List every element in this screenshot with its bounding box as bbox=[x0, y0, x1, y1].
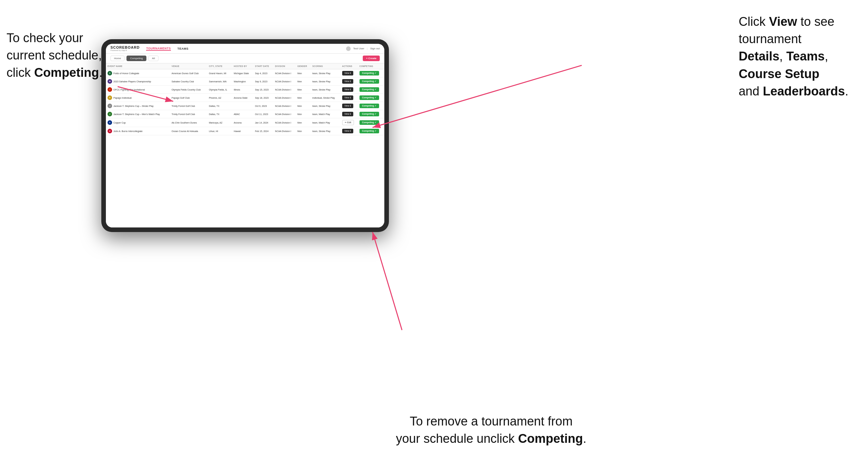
col-city-state: CITY, STATE bbox=[207, 63, 232, 69]
nav-signout-link[interactable]: Sign out bbox=[370, 47, 380, 50]
actions-cell: ✏ Edit bbox=[341, 118, 358, 127]
city-state-cell: Grand Haven, MI bbox=[207, 69, 232, 77]
event-name-cell: HJohn A. Burns Intercollegiate bbox=[106, 127, 170, 135]
competing-button[interactable]: Competing ✓ bbox=[360, 129, 379, 133]
event-name-cell: JJackson T. Stephens Cup – Stroke Play bbox=[106, 102, 170, 110]
table-row: IOFCC Fighting Illini InvitationalOlympi… bbox=[106, 86, 384, 94]
gender-cell: Men bbox=[296, 77, 311, 86]
city-state-cell: Olympia Fields, IL bbox=[207, 86, 232, 94]
nav-teams[interactable]: TEAMS bbox=[178, 47, 189, 50]
start-date-cell: Oct 9, 2023 bbox=[253, 102, 273, 110]
tr-comma2: , bbox=[825, 49, 829, 63]
tr-bold2: Details bbox=[739, 49, 779, 63]
scoring-cell: team, Match Play bbox=[311, 110, 341, 118]
division-cell: NCAA Division I bbox=[274, 102, 296, 110]
competing-cell: Competing ✓ bbox=[358, 127, 384, 135]
scoring-cell: team, Stroke Play bbox=[311, 77, 341, 86]
edit-button[interactable]: ✏ Edit bbox=[342, 120, 354, 125]
nav-bar: SCOREBOARD Powered by clipp'd TOURNAMENT… bbox=[106, 44, 384, 54]
tournaments-table: EVENT NAME VENUE CITY, STATE HOSTED BY S… bbox=[106, 63, 384, 135]
hosted-by-cell: Washington bbox=[232, 77, 253, 86]
competing-cell: Competing ✓ bbox=[358, 110, 384, 118]
competing-button[interactable]: Competing ✓ bbox=[360, 112, 379, 116]
table-row: JJackson T. Stephens Cup – Stroke PlayTr… bbox=[106, 102, 384, 110]
tr-and: and bbox=[739, 84, 763, 98]
venue-cell: Trinity Forest Golf Club bbox=[170, 102, 207, 110]
start-date-cell: Sep 4, 2023 bbox=[253, 69, 273, 77]
col-scoring: SCORING bbox=[311, 63, 341, 69]
event-name-cell: W2023 Sahalee Players Championship bbox=[106, 77, 170, 86]
competing-button[interactable]: Competing ✓ bbox=[360, 103, 379, 108]
competing-cell: Competing ✓ bbox=[358, 86, 384, 94]
table-row: PPapago IndividualPapago Golf ClubPhoeni… bbox=[106, 94, 384, 102]
competing-button[interactable]: Competing ✓ bbox=[360, 79, 379, 84]
venue-cell: Sahalee Country Club bbox=[170, 77, 207, 86]
scoring-cell: team, Stroke Play bbox=[311, 86, 341, 94]
annotation-top-left: To check your current schedule, click Co… bbox=[6, 29, 102, 82]
view-button[interactable]: View ℹ bbox=[342, 129, 353, 133]
competing-cell: Competing ✓ bbox=[358, 69, 384, 77]
logo-sub: Powered by clipp'd bbox=[111, 49, 140, 51]
gender-cell: Men bbox=[296, 127, 311, 135]
view-button[interactable]: View ℹ bbox=[342, 87, 353, 92]
city-state-cell: Maricopa, AZ bbox=[207, 118, 232, 127]
create-button[interactable]: + Create bbox=[363, 56, 380, 61]
competing-button[interactable]: Competing ✓ bbox=[360, 71, 379, 75]
city-state-cell: Sammamish, WA bbox=[207, 77, 232, 86]
tr-bold3: Teams bbox=[786, 49, 825, 63]
division-cell: NCAA Division I bbox=[274, 110, 296, 118]
actions-cell: View ℹ bbox=[341, 77, 358, 86]
competing-button[interactable]: Competing ✓ bbox=[360, 87, 379, 92]
annotation-line3-plain: click bbox=[6, 66, 34, 80]
logo-title: SCOREBOARD bbox=[111, 46, 140, 49]
event-name-cell: SFolds of Honor Collegiate bbox=[106, 69, 170, 77]
venue-cell: Papago Golf Club bbox=[170, 94, 207, 102]
hosted-by-cell: ABAC bbox=[232, 110, 253, 118]
table-row: ACopper CupAk-Chin Southern DunesMaricop… bbox=[106, 118, 384, 127]
gender-cell: Men bbox=[296, 102, 311, 110]
gender-cell: Men bbox=[296, 118, 311, 127]
tr-bold4: Course Setup bbox=[739, 67, 819, 81]
view-button[interactable]: View ℹ bbox=[342, 103, 353, 108]
venue-cell: Ak-Chin Southern Dunes bbox=[170, 118, 207, 127]
hosted-by-cell bbox=[232, 102, 253, 110]
city-state-cell: Dallas, TX bbox=[207, 102, 232, 110]
scoring-cell: team, Stroke Play bbox=[311, 102, 341, 110]
view-button[interactable]: View ℹ bbox=[342, 112, 353, 116]
filter-competing-btn[interactable]: Competing bbox=[126, 56, 147, 61]
gender-cell: Men bbox=[296, 110, 311, 118]
col-actions: ACTIONS bbox=[341, 63, 358, 69]
filter-all-btn[interactable]: All bbox=[148, 56, 158, 61]
table-row: W2023 Sahalee Players ChampionshipSahale… bbox=[106, 77, 384, 86]
col-competing: COMPETING bbox=[358, 63, 384, 69]
annotation-line2: current schedule, bbox=[6, 49, 102, 62]
table-row: HJohn A. Burns IntercollegiateOcean Cour… bbox=[106, 127, 384, 135]
actions-cell: View ℹ bbox=[341, 94, 358, 102]
view-button[interactable]: View ℹ bbox=[342, 79, 353, 84]
filter-home-btn[interactable]: Home bbox=[111, 56, 125, 61]
tablet-screen: SCOREBOARD Powered by clipp'd TOURNAMENT… bbox=[106, 44, 384, 227]
division-cell: NCAA Division I bbox=[274, 94, 296, 102]
venue-cell: Trinity Forest Golf Club bbox=[170, 110, 207, 118]
tr-bold1: View bbox=[769, 15, 797, 28]
nav-right: Test User | Sign out bbox=[346, 46, 380, 51]
division-cell: NCAA Division I bbox=[274, 127, 296, 135]
tablet-frame: SCOREBOARD Powered by clipp'd TOURNAMENT… bbox=[101, 39, 389, 232]
nav-tournaments[interactable]: TOURNAMENTS bbox=[146, 47, 170, 51]
col-division: DIVISION bbox=[274, 63, 296, 69]
bottom-line2-plain: your schedule unclick bbox=[396, 432, 518, 445]
bottom-line1: To remove a tournament from bbox=[410, 414, 572, 428]
hosted-by-cell: Illinois bbox=[232, 86, 253, 94]
event-name-cell: IOFCC Fighting Illini Invitational bbox=[106, 86, 170, 94]
tournaments-table-container: EVENT NAME VENUE CITY, STATE HOSTED BY S… bbox=[106, 63, 384, 227]
competing-cell: Competing ✓ bbox=[358, 94, 384, 102]
bottom-end: . bbox=[583, 432, 587, 445]
actions-cell: View ℹ bbox=[341, 102, 358, 110]
competing-button[interactable]: Competing ✓ bbox=[360, 95, 379, 100]
view-button[interactable]: View ℹ bbox=[342, 95, 353, 100]
competing-button[interactable]: Competing ✓ bbox=[360, 120, 379, 125]
tr-line2: tournament bbox=[739, 32, 801, 46]
app-logo: SCOREBOARD Powered by clipp'd bbox=[111, 46, 140, 51]
hosted-by-cell: Arizona State bbox=[232, 94, 253, 102]
view-button[interactable]: View ℹ bbox=[342, 71, 353, 75]
